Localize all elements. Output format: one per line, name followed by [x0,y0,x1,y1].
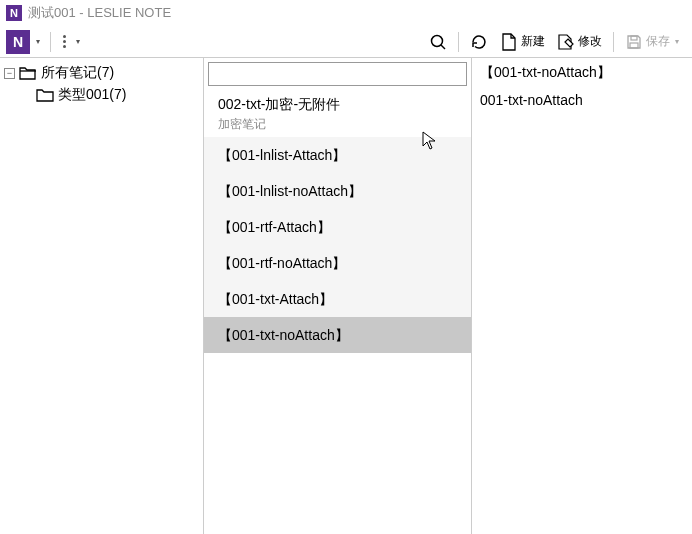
note-title: 【001-txt-Attach】 [218,291,457,309]
separator [613,32,614,52]
folder-open-icon [19,64,37,82]
list-item-selected[interactable]: 【001-txt-noAttach】 [204,317,471,353]
edit-icon [557,33,575,51]
list-item[interactable]: 002-txt-加密-无附件 加密笔记 [204,88,471,137]
svg-point-0 [432,35,443,46]
save-label: 保存 [646,33,670,50]
content-title: 【001-txt-noAttach】 [480,62,684,88]
sidebar: − 所有笔记(7) 类型001(7) [0,58,204,534]
note-title: 【001-rtf-Attach】 [218,219,457,237]
new-button[interactable]: 新建 [495,30,550,54]
titlebar: N 测试001 - LESLIE NOTE [0,0,692,26]
search-container [208,62,467,86]
separator [50,32,51,52]
save-icon [625,33,643,51]
content-body: 001-txt-noAttach [480,88,684,108]
tree-root-label: 所有笔记(7) [41,64,114,82]
tree-root[interactable]: − 所有笔记(7) [0,62,203,84]
note-title: 【001-txt-noAttach】 [218,327,457,345]
window-title: 测试001 - LESLIE NOTE [28,4,171,22]
tree-child-label: 类型001(7) [58,86,126,104]
note-title: 【001-rtf-noAttach】 [218,255,457,273]
separator [458,32,459,52]
toolbar: N ▾ ▾ 新建 修改 [0,26,692,58]
note-title: 002-txt-加密-无附件 [218,96,457,114]
note-list-panel: 002-txt-加密-无附件 加密笔记 【001-lnlist-Attach】 … [204,58,472,534]
new-label: 新建 [521,33,545,50]
edit-label: 修改 [578,33,602,50]
note-title: 【001-lnlist-noAttach】 [218,183,457,201]
refresh-button[interactable] [465,30,493,54]
note-subtitle: 加密笔记 [218,116,457,133]
svg-rect-3 [630,43,638,48]
chevron-down-icon[interactable]: ▾ [74,37,82,46]
list-item[interactable]: 【001-txt-Attach】 [204,281,471,317]
list-item[interactable]: 【001-lnlist-noAttach】 [204,173,471,209]
list-item[interactable]: 【001-rtf-Attach】 [204,209,471,245]
list-item[interactable]: 【001-lnlist-Attach】 [204,137,471,173]
folder-icon [36,86,54,104]
collapse-icon[interactable]: − [4,68,15,79]
list-empty-area [204,353,471,534]
logo-icon[interactable]: N [6,30,30,54]
edit-button[interactable]: 修改 [552,30,607,54]
search-button[interactable] [424,30,452,54]
content-panel: 【001-txt-noAttach】 001-txt-noAttach [472,58,692,534]
note-title: 【001-lnlist-Attach】 [218,147,457,165]
chevron-down-icon: ▾ [673,37,681,46]
save-button[interactable]: 保存 ▾ [620,30,686,54]
svg-line-1 [441,45,445,49]
svg-rect-2 [631,36,637,40]
tree-child[interactable]: 类型001(7) [0,84,203,106]
new-file-icon [500,33,518,51]
main-area: − 所有笔记(7) 类型001(7) 002-txt-加密-无附件 加密笔记 【… [0,58,692,534]
note-list: 002-txt-加密-无附件 加密笔记 【001-lnlist-Attach】 … [204,88,471,534]
search-icon [429,33,447,51]
list-item[interactable]: 【001-rtf-noAttach】 [204,245,471,281]
refresh-icon [470,33,488,51]
search-input[interactable] [208,62,467,86]
chevron-down-icon[interactable]: ▾ [34,37,42,46]
menu-dots-icon[interactable] [59,35,70,48]
app-icon: N [6,5,22,21]
